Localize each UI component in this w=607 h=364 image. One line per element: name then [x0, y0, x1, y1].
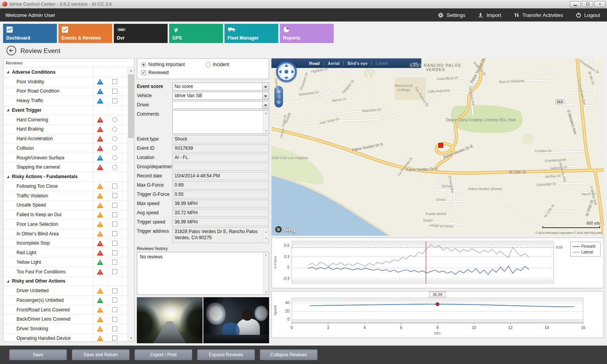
- scroll-down-arrow[interactable]: ▼: [128, 335, 134, 341]
- review-checkbox[interactable]: [112, 269, 117, 274]
- review-checkbox[interactable]: [112, 336, 117, 341]
- review-group-row[interactable]: Event Trigger: [3, 106, 128, 115]
- review-checkbox[interactable]: [112, 184, 117, 189]
- nothing-important-radio[interactable]: Nothing important: [141, 62, 206, 67]
- review-checkbox[interactable]: [112, 260, 117, 265]
- expander-icon[interactable]: [7, 280, 9, 283]
- review-item-row[interactable]: Heavy Traffic!: [3, 96, 128, 106]
- map-style-labels[interactable]: Labels: [372, 61, 392, 66]
- review-item-row[interactable]: Traffic Violation!: [3, 191, 128, 201]
- review-item-row[interactable]: Following Too Close!: [3, 182, 128, 191]
- reviewed-checkbox[interactable]: ✓Reviewed: [141, 70, 265, 75]
- review-item-row[interactable]: Front/Road Lens Covered!: [3, 305, 128, 315]
- review-item-row[interactable]: Slapping the camera!!: [3, 163, 128, 172]
- review-checkbox[interactable]: [112, 250, 117, 255]
- review-item-row[interactable]: Operating Handled Device!: [3, 334, 128, 341]
- review-item-row[interactable]: Passenger(s) Unbelted!: [3, 296, 128, 305]
- save-and-return-button[interactable]: Save and Return: [72, 349, 130, 360]
- review-radio[interactable]: [112, 146, 117, 151]
- reviews-scrollbar[interactable]: ▲ ▼: [128, 68, 134, 341]
- review-checkbox[interactable]: [112, 307, 117, 312]
- comments-textarea[interactable]: ▲▼: [172, 110, 269, 134]
- review-checkbox[interactable]: [112, 98, 117, 103]
- review-checkbox[interactable]: [112, 231, 117, 236]
- close-button[interactable]: ×: [594, 1, 605, 7]
- transfer-activities-button[interactable]: Transfer Activities: [514, 12, 563, 18]
- review-checkbox[interactable]: [112, 241, 117, 246]
- review-checkbox[interactable]: [112, 298, 117, 303]
- scroll-up-arrow[interactable]: ▲: [265, 229, 268, 235]
- export-print-button[interactable]: Export / Print: [135, 349, 192, 360]
- review-item-row[interactable]: Back/Driver Lens Covered!: [3, 315, 128, 324]
- logout-button[interactable]: Logout: [575, 12, 600, 18]
- review-item-row[interactable]: Driver Unbelted!: [3, 286, 128, 296]
- expand-reviews-button[interactable]: Expand Reviews: [197, 349, 255, 360]
- review-item-row[interactable]: Collision!: [3, 144, 128, 153]
- review-item-row[interactable]: Unsafe Speed!: [3, 201, 128, 210]
- review-item-row[interactable]: Incomplete Stop!: [3, 239, 128, 248]
- review-item-row[interactable]: Too Fast For Conditions!: [3, 267, 128, 277]
- map-style-road[interactable]: Road: [305, 61, 324, 66]
- review-item-row[interactable]: Driver Smoking!: [3, 324, 128, 334]
- tab-events-reviews[interactable]: Events & Reviews: [58, 24, 112, 43]
- driver-camera-frame[interactable]: [203, 297, 269, 343]
- review-item-row[interactable]: Red Light!: [3, 248, 128, 258]
- zoom-in-button[interactable]: ⊕: [277, 89, 281, 94]
- review-item-row[interactable]: In Other's Blind Area!: [3, 229, 128, 239]
- tab-gps[interactable]: GPS: [169, 24, 223, 43]
- settings-button[interactable]: Settings: [437, 12, 466, 18]
- review-item-row[interactable]: Hard Braking!: [3, 125, 128, 134]
- review-item-row[interactable]: Rough/Uneven Surface!: [3, 153, 128, 163]
- review-item-row[interactable]: Poor Lane Selection!: [3, 220, 128, 229]
- import-button[interactable]: Import: [477, 12, 501, 18]
- review-checkbox[interactable]: [112, 79, 117, 84]
- review-checkbox[interactable]: [112, 326, 117, 331]
- scrollbar[interactable]: ▲▼: [263, 228, 269, 243]
- review-checkbox[interactable]: [112, 288, 117, 293]
- review-radio[interactable]: [112, 165, 117, 170]
- collapse-reviews-button[interactable]: Collapse Reviews: [260, 349, 318, 360]
- review-checkbox[interactable]: [112, 193, 117, 198]
- tab-fleet-manager[interactable]: Fleet Manager: [225, 24, 278, 43]
- review-group-row[interactable]: Risky Actions - Fundamentals: [3, 172, 128, 182]
- map-compass-control[interactable]: [276, 61, 297, 82]
- maximize-button[interactable]: [582, 1, 593, 7]
- tab-dashboard[interactable]: Dashboard: [3, 24, 57, 43]
- pan-south-arrow[interactable]: [284, 77, 288, 79]
- zoom-out-button[interactable]: ⊖: [277, 99, 281, 105]
- scroll-thumb[interactable]: [128, 74, 134, 138]
- back-button[interactable]: [6, 45, 17, 57]
- map-zoom-control[interactable]: ⊕ ⊖: [274, 86, 283, 108]
- reviews-history-list[interactable]: No reviews ▲▼: [137, 252, 269, 295]
- scroll-up-arrow[interactable]: ▲: [265, 253, 268, 256]
- map-canvas[interactable]: RoadAerialBird's eyeLabels<< ⊕ ⊖ b bing …: [271, 58, 604, 236]
- tab-dvr[interactable]: DVR Dvr: [114, 24, 168, 43]
- save-button[interactable]: Save: [9, 349, 67, 360]
- gforce-chart[interactable]: 0.60.30-0.30.55G-ForceForwardLateral: [271, 238, 604, 288]
- pan-east-arrow[interactable]: [291, 70, 294, 74]
- review-checkbox[interactable]: [112, 203, 117, 208]
- scroll-down-arrow[interactable]: ▼: [265, 235, 268, 242]
- scroll-up-arrow[interactable]: ▲: [128, 68, 134, 74]
- review-radio[interactable]: [112, 155, 117, 160]
- review-radio[interactable]: [112, 127, 117, 132]
- review-checkbox[interactable]: [112, 317, 117, 322]
- scrollbar[interactable]: ▲▼: [263, 111, 269, 134]
- vehicle-select[interactable]: idrive Van SB: [172, 92, 269, 100]
- review-checkbox[interactable]: [112, 212, 117, 217]
- collapse-nav-button[interactable]: <<: [409, 61, 421, 66]
- review-checkbox[interactable]: [112, 89, 117, 94]
- review-group-row[interactable]: Adverse Conditions: [3, 68, 128, 77]
- map-style-bird-s-eye[interactable]: Bird's eye: [344, 61, 371, 66]
- review-radio[interactable]: [112, 136, 117, 141]
- map-style-aerial[interactable]: Aerial: [324, 61, 344, 66]
- event-location-marker[interactable]: [439, 143, 443, 147]
- review-item-row[interactable]: Poor Visibility!: [3, 77, 128, 87]
- review-radio[interactable]: [112, 117, 117, 122]
- scrollbar[interactable]: ▲▼: [263, 252, 269, 295]
- expander-icon[interactable]: [7, 109, 9, 111]
- scroll-up-arrow[interactable]: ▲: [265, 112, 268, 114]
- review-group-row[interactable]: Risky and Other Actions: [3, 277, 128, 286]
- scroll-down-arrow[interactable]: ▼: [265, 130, 268, 132]
- review-item-row[interactable]: Failed to Keep an Out!: [3, 210, 128, 220]
